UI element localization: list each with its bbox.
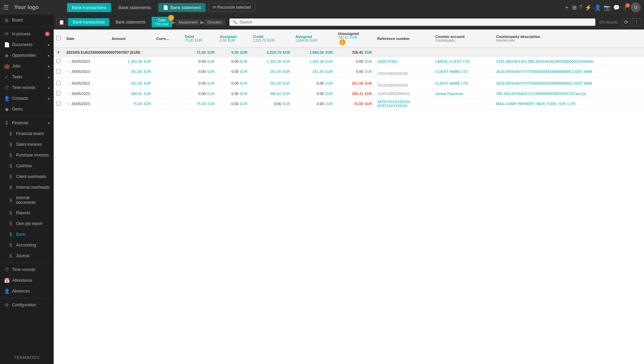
sidebar-item-absences[interactable]: 👤 Absences: [0, 286, 54, 297]
page-icon-btn[interactable]: 📋: [56, 18, 67, 26]
row-4-date: →26/05/2023: [64, 89, 109, 98]
person-icon-btn[interactable]: 👤: [594, 4, 601, 11]
row-2-assigned-debit: 0.00 EUR: [217, 66, 250, 78]
sidebar: ⊞ Board ⟳ In process 0 📄 Documents ▸ ◈ O…: [0, 15, 54, 364]
sidebar-item-board[interactable]: ⊞ Board: [0, 15, 54, 26]
table-row: →26/05/2023 1,303.38 EUR 0.00 EUR 0.00 E…: [54, 57, 644, 66]
row-2-desc: 261EUR/SHA//XY075500000000088888888/CLIE…: [493, 66, 644, 78]
row-5-ref: 547872XXXXX6154547872XXXXX6154: [375, 98, 433, 110]
opportunities-label: Opportunities: [12, 53, 36, 58]
sidebar-item-internal-documents[interactable]: $ Internal documents: [0, 193, 54, 208]
plus-icon-btn[interactable]: ＋: [564, 4, 570, 11]
th-assigned-credit: Assigned1,564.38 EUR: [293, 30, 335, 48]
more-options-btn[interactable]: ⋮: [632, 18, 641, 26]
sidebar-item-configuration[interactable]: ⚙ Configuration: [0, 300, 54, 310]
avatar[interactable]: U: [631, 2, 641, 12]
contacts-arrow: ▸: [48, 97, 50, 100]
row-1-assigned-debit: 0.00 EUR: [217, 57, 250, 66]
row-3-assigned-debit: 0.00 EUR: [217, 78, 250, 89]
content-area: 📋 Bank transactions Bank statements Date…: [54, 15, 644, 364]
hamburger-icon[interactable]: ☰: [3, 4, 9, 11]
help-icon-btn[interactable]: ?: [579, 4, 582, 10]
time-records-arrow: ▸: [48, 86, 50, 90]
grid-icon-btn[interactable]: ⊞: [572, 4, 577, 11]
sidebar-item-jobs[interactable]: 💼 Jobs ▸: [0, 61, 54, 72]
top-tab-bank-statements[interactable]: Bank statements: [114, 3, 156, 12]
sub-tab-bank-transactions[interactable]: Bank transactions: [68, 18, 109, 26]
more-dots-btn[interactable]: ⋮ 4: [623, 4, 628, 11]
sidebar-item-bank[interactable]: $ Bank: [0, 229, 54, 240]
table-row: →26/05/2023 261.00 EUR 0.00 EUR 0.00 EUR…: [54, 66, 644, 78]
row-checkbox-1[interactable]: [56, 59, 61, 63]
row-4-currency: [154, 89, 182, 98]
tasks-arrow: ▸: [48, 75, 50, 79]
sidebar-item-client-overheads[interactable]: $ Client overheads: [0, 171, 54, 182]
row-1-counter: LARGE CLIENT LTD.: [433, 57, 493, 66]
th-counter-desc: Counterparty descriptionInternal note: [493, 30, 644, 48]
sidebar-item-financial-board[interactable]: $ Financial board: [0, 128, 54, 139]
filter-assignment-btn[interactable]: Assignment: [175, 19, 201, 26]
reports-label: Reports: [16, 211, 30, 215]
search-input[interactable]: [239, 20, 592, 25]
select-all-checkbox[interactable]: [56, 36, 61, 40]
sidebar-item-purchase-invoices[interactable]: $ Purchase invoices: [0, 150, 54, 161]
reconcile-button[interactable]: ⟳ Reconcile selected: [208, 3, 256, 12]
sidebar-item-tasks[interactable]: ✓ Tasks ▸: [0, 72, 54, 82]
top-bar: ☰ Your logo Bank transactions Bank state…: [0, 0, 644, 15]
row-5-desc: MAILCHIMP PAYMENT, NEW YORK; SVK 1178: [493, 98, 644, 110]
time-records-2-icon: ⏱: [4, 267, 9, 272]
filter-direction-btn[interactable]: Direction: [204, 19, 225, 26]
sidebar-item-gems[interactable]: ◆ Gems: [0, 104, 54, 115]
row-4-desc: 390.41EUR/SHA//CZ11080000000055550472/Ca…: [493, 89, 644, 98]
client-overheads-icon: $: [8, 174, 13, 179]
refresh-btn[interactable]: ⟳: [622, 18, 631, 26]
opportunities-icon: ◈: [4, 53, 9, 58]
row-5-currency: [154, 98, 182, 110]
sidebar-item-contacts[interactable]: 👤 Contacts ▸: [0, 93, 54, 104]
filter-date-btn[interactable]: Date This year 1: [152, 17, 172, 27]
sidebar-item-documents[interactable]: 📄 Documents ▸: [0, 39, 54, 50]
sidebar-item-opportunities[interactable]: ◈ Opportunities ▸: [0, 50, 54, 61]
row-checkbox-2[interactable]: [56, 69, 61, 74]
top-tab-bank-transactions[interactable]: Bank transactions: [67, 3, 111, 12]
filter-assignment-label: Assignment: [178, 20, 198, 24]
sidebar-item-internal-overheads[interactable]: $ Internal overheads: [0, 182, 54, 193]
sidebar-item-time-records-2[interactable]: ⏱ Time records: [0, 264, 54, 275]
sidebar-logo: TEAM⊕OGY: [0, 351, 54, 364]
row-5-date: ↔26/05/2023: [64, 98, 109, 110]
sub-tab-bank-statements[interactable]: Bank statements: [111, 18, 150, 26]
sidebar-item-own-job-report[interactable]: $ Own job report: [0, 218, 54, 229]
row-checkbox-3[interactable]: [56, 81, 61, 85]
sidebar-item-attendance[interactable]: 📅 Attendance: [0, 275, 54, 286]
sidebar-item-reports[interactable]: $ Reports: [0, 208, 54, 218]
sidebar-item-time-records[interactable]: ⏱ Time records ▸: [0, 82, 54, 93]
row-1-ref: 3309737691: [375, 57, 433, 66]
row-5-counter: [433, 98, 493, 110]
cashbox-label: Cashbox: [16, 164, 32, 168]
row-checkbox-4[interactable]: [56, 91, 61, 95]
sidebar-item-sales-invoices[interactable]: $ Sales invoices: [0, 139, 54, 150]
sidebar-item-financial[interactable]: $ Financial ▾: [0, 118, 54, 128]
collapse-btn[interactable]: ▼: [56, 50, 60, 55]
table-row: →26/05/2023 390.41 EUR 0.00 EUR 0.00 EUR…: [54, 89, 644, 98]
financial-label: Financial: [12, 121, 28, 125]
sidebar-item-accounting[interactable]: $ Accounting: [0, 240, 54, 251]
th-debit: Debit75.00 EUR: [182, 30, 217, 48]
top-tab-bank-statement-active[interactable]: 📄 Bank statement: [158, 3, 205, 12]
row-checkbox-5[interactable]: [56, 101, 61, 106]
absences-label: Absences: [12, 289, 30, 293]
camera-icon-btn[interactable]: 📷: [604, 4, 610, 11]
sidebar-item-journal[interactable]: $ Journal: [0, 251, 54, 261]
own-job-report-icon: $: [8, 221, 13, 226]
row-2-debit: 0.00 EUR: [182, 66, 217, 78]
accounting-label: Accounting: [16, 243, 36, 247]
lightning-icon-btn[interactable]: ⚡: [585, 4, 592, 11]
sidebar-item-cashbox[interactable]: $ Cashbox: [0, 161, 54, 171]
row-1-credit: 1,303.38 EUR: [250, 57, 292, 66]
table-area: Date Amount Curre... Debit75.00 EUR Assi…: [54, 30, 644, 364]
sales-invoices-icon: $: [8, 142, 13, 147]
chat-icon-btn[interactable]: 💬: [613, 4, 620, 11]
row-4-unassigned: 390.41 EUR: [335, 89, 375, 98]
filter-breadcrumb: Date This year 1 ▶ Assignment ▶ Directio…: [152, 17, 225, 27]
sidebar-item-in-process[interactable]: ⟳ In process 0: [0, 29, 54, 39]
